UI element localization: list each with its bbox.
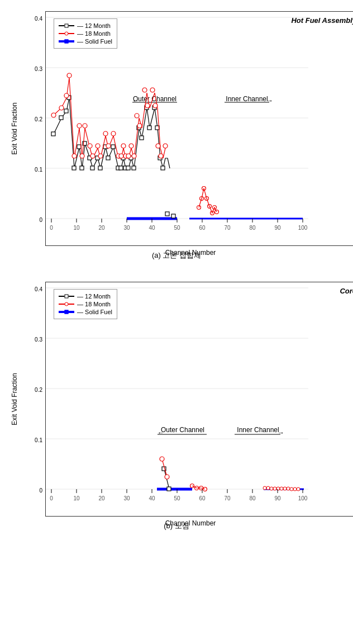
svg-point-64: [132, 154, 136, 158]
svg-text:30: 30: [123, 225, 130, 231]
svg-point-70: [153, 103, 158, 108]
inner-channel-label-1: Inner Channel: [226, 95, 268, 103]
svg-point-131: [290, 487, 293, 491]
svg-point-133: [297, 487, 300, 491]
svg-point-132: [293, 487, 297, 491]
svg-rect-20: [90, 166, 94, 170]
ytick-03-1: 0.3: [35, 66, 42, 72]
svg-text:60: 60: [199, 495, 206, 501]
svg-point-66: [137, 124, 142, 128]
outer-channel-label-1: Outer Channel: [133, 95, 176, 103]
svg-point-128: [280, 487, 283, 490]
svg-point-126: [273, 487, 276, 490]
svg-text:10: 10: [73, 495, 80, 501]
svg-point-60: [121, 144, 126, 148]
svg-point-65: [135, 113, 139, 118]
svg-text:30: 30: [123, 495, 130, 501]
ytick-04-2: 0.4: [35, 286, 42, 292]
svg-rect-13: [64, 109, 68, 113]
svg-text:10: 10: [73, 225, 80, 231]
svg-point-43: [51, 113, 56, 117]
ytick-02-2: 0.2: [35, 387, 42, 393]
svg-text:40: 40: [149, 225, 155, 231]
svg-point-57: [111, 131, 116, 136]
svg-point-52: [90, 154, 95, 158]
svg-rect-27: [119, 166, 123, 170]
svg-point-72: [159, 154, 163, 158]
svg-point-47: [72, 154, 77, 158]
svg-point-51: [88, 144, 92, 148]
svg-point-69: [150, 88, 155, 92]
svg-rect-22: [98, 166, 102, 170]
svg-point-49: [80, 154, 84, 158]
svg-point-48: [77, 124, 82, 128]
svg-text:100: 100: [298, 225, 308, 231]
svg-point-130: [287, 487, 290, 490]
svg-rect-12: [59, 116, 63, 120]
chart-core: Exit Void Fraction 0.4 0.3 0.2 0.1 0 Cor…: [9, 282, 344, 541]
svg-point-125: [270, 487, 273, 490]
svg-text:70: 70: [224, 495, 231, 501]
svg-point-67: [142, 88, 147, 92]
svg-point-123: [263, 486, 266, 490]
svg-text:50: 50: [174, 495, 180, 501]
svg-point-124: [266, 486, 270, 490]
svg-point-68: [145, 103, 150, 108]
svg-point-45: [64, 93, 69, 98]
outer-channel-label-2: Outer Channel: [161, 426, 204, 434]
svg-point-50: [83, 124, 87, 128]
svg-text:80: 80: [249, 225, 256, 231]
svg-text:0: 0: [50, 225, 53, 231]
svg-rect-24: [106, 156, 110, 160]
svg-point-129: [283, 487, 287, 490]
chart-hot-fuel-assembly: Exit Void Fraction 0.4 0.3 0.2 0.1 0 Hot…: [9, 11, 344, 271]
ytick-03-2: 0.3: [35, 337, 42, 343]
svg-point-127: [276, 487, 280, 490]
svg-rect-41: [165, 212, 169, 216]
svg-point-71: [156, 144, 160, 148]
svg-text:→: →: [266, 97, 273, 105]
svg-text:←: ←: [158, 429, 164, 437]
plot-svg-2: Outer Channel ← Inner Channel →: [46, 282, 308, 495]
x-axis-label-1: Channel Number: [45, 249, 336, 257]
svg-point-46: [67, 73, 71, 78]
plot-svg-1: Outer Channel ← Inner Channel →: [46, 12, 308, 224]
svg-text:90: 90: [274, 225, 281, 231]
svg-text:50: 50: [174, 225, 180, 231]
svg-text:40: 40: [149, 495, 155, 501]
svg-rect-30: [126, 166, 130, 170]
svg-point-73: [163, 144, 168, 148]
inner-channel-label-2: Inner Channel: [237, 426, 279, 434]
ytick-04-1: 0.4: [35, 16, 42, 22]
svg-rect-16: [77, 145, 81, 149]
svg-text:20: 20: [98, 495, 105, 501]
svg-point-62: [126, 154, 131, 158]
svg-text:80: 80: [249, 495, 256, 501]
ytick-00-2: 0: [39, 487, 42, 494]
ytick-01-2: 0.1: [35, 437, 42, 443]
svg-point-118: [165, 475, 169, 479]
ytick-01-1: 0.1: [35, 167, 42, 173]
svg-point-56: [106, 144, 111, 148]
svg-text:70: 70: [224, 225, 231, 231]
svg-rect-32: [132, 166, 136, 170]
svg-point-55: [103, 131, 108, 136]
svg-text:100: 100: [298, 495, 308, 501]
svg-point-59: [119, 154, 123, 158]
svg-rect-40: [161, 166, 165, 170]
svg-rect-25: [111, 145, 115, 149]
ytick-00-1: 0: [39, 217, 42, 223]
svg-rect-11: [51, 132, 55, 136]
svg-rect-116: [167, 487, 171, 491]
x-axis-label-2: Channel Number: [45, 519, 336, 527]
svg-rect-36: [147, 126, 151, 130]
svg-point-53: [96, 144, 100, 148]
svg-text:60: 60: [199, 225, 206, 231]
svg-point-44: [59, 106, 64, 110]
svg-text:20: 20: [98, 225, 105, 231]
svg-text:←: ←: [132, 97, 139, 105]
svg-point-54: [98, 154, 103, 158]
svg-rect-15: [72, 166, 76, 170]
svg-point-63: [129, 144, 133, 148]
svg-rect-42: [171, 214, 175, 218]
